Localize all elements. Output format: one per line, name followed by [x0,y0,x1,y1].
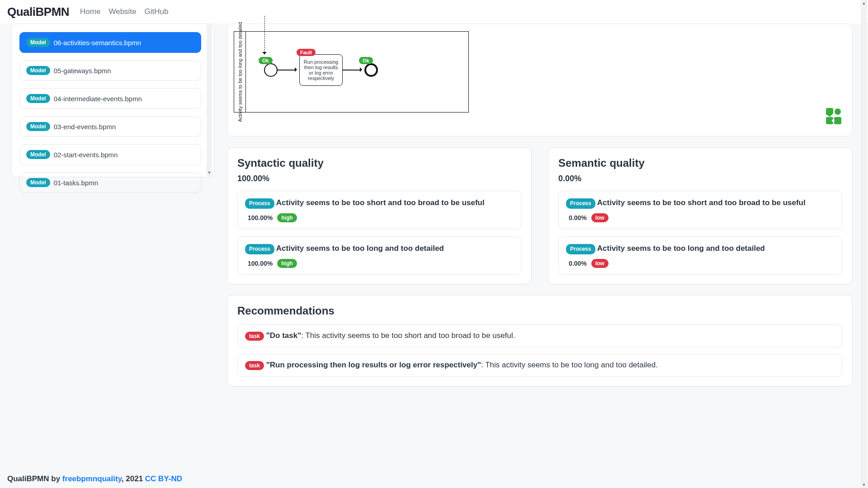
level-badge: high [277,213,297,222]
process-badge: Process [566,198,595,209]
model-badge: Model [26,38,50,47]
footer: QualiBPMN by freebpmnquality, 2021 CC BY… [7,474,182,483]
bpmn-pool: Activity seems to be too long and too de… [234,31,469,113]
recommendations-panel: Recommendations task "Do task": This act… [227,295,853,386]
process-badge: Process [566,244,595,254]
task-fault-badge: Fault [297,49,316,56]
nav-website[interactable]: Website [108,7,136,16]
models-scrollbar[interactable]: ▼ [207,24,212,177]
task-run-processing[interactable]: Run processing then log results or log e… [299,54,343,86]
model-item-05[interactable]: Model 05-gateways.bpmn [19,60,201,81]
level-badge: low [591,259,609,268]
model-item-06[interactable]: Model 06-activities-semantics.bpmn [19,32,201,53]
level-badge: low [591,213,609,222]
footer-mid: , 2021 [122,474,145,483]
footer-license-link[interactable]: CC BY-ND [145,474,182,483]
rec-text: : This activity seems to be too long and… [481,361,658,369]
semantic-item-0[interactable]: Process Activity seems to be too short a… [558,191,842,229]
nav-links: Home Website GitHub [80,7,168,16]
model-badge: Model [26,178,50,187]
model-name: 02-start-events.bpmn [54,151,118,159]
models-list-panel: Model 06-activities-semantics.bpmn Model… [11,23,214,177]
process-badge: Process [245,198,274,209]
syntactic-score: 100.00% [237,174,521,183]
process-pct: 100.00% [248,214,273,221]
syntactic-item-1[interactable]: Process Activity seems to be too long an… [237,236,521,275]
bpmn-io-logo-icon [824,106,843,127]
process-label: Activity seems to be too long and too de… [597,244,765,253]
model-item-04[interactable]: Model 04-intermediate-events.bpmn [19,88,201,109]
model-badge: Model [26,122,50,131]
start-event[interactable] [264,63,278,77]
svg-point-4 [832,114,835,117]
pool-title-text: Activity seems to be too long and too de… [237,22,243,122]
diagram-panel: Activity seems to be too long and too de… [227,23,853,136]
syntactic-title: Syntactic quality [237,157,521,169]
model-item-02[interactable]: Model 02-start-events.bpmn [19,144,201,165]
top-nav: QualiBPMN Home Website GitHub [0,0,868,23]
process-pct: 100.00% [248,260,273,267]
nav-github[interactable]: GitHub [145,7,169,16]
syntactic-item-0[interactable]: Process Activity seems to be too short a… [237,191,521,229]
pool-title: Activity seems to be too long and too de… [234,32,246,112]
recommendation-1[interactable]: task "Run processing then log results or… [237,354,842,377]
semantic-quality-panel: Semantic quality 0.00% Process Activity … [548,147,853,284]
model-badge: Model [26,66,50,75]
process-pct: 0.00% [569,214,587,221]
scroll-down-icon[interactable]: ▼ [207,170,212,176]
scroll-down-icon[interactable]: ▼ [862,483,866,487]
lane-body: Ok Run processing then log results or lo… [246,32,468,112]
task-label: Run processing then log results or log e… [302,59,340,81]
end-ok-badge: Ok [359,57,373,64]
start-ok-badge: Ok [259,57,273,64]
task-badge: task [245,361,264,370]
recommendations-title: Recommendations [237,305,842,317]
model-name: 01-tasks.bpmn [54,179,98,187]
semantic-score: 0.00% [558,174,842,183]
model-item-01[interactable]: Model 01-tasks.bpmn [19,172,201,193]
seq-flow-1 [278,70,296,70]
model-name: 05-gateways.bpmn [54,67,111,75]
seq-flow-2 [343,70,361,70]
brand[interactable]: QualiBPMN [7,5,69,19]
model-badge: Model [26,150,50,159]
rec-target: "Do task" [266,331,302,340]
model-name: 04-intermediate-events.bpmn [54,95,142,103]
model-item-03[interactable]: Model 03-end-events.bpmn [19,116,201,137]
seq-arrow-1-icon [295,67,299,72]
nav-home[interactable]: Home [80,7,100,16]
process-label: Activity seems to be too short and too b… [597,198,806,207]
model-badge: Model [26,94,50,103]
scroll-up-icon[interactable]: ▲ [862,1,866,5]
level-badge: high [277,259,297,268]
model-name: 06-activities-semantics.bpmn [54,39,141,47]
footer-author-link[interactable]: freebpmnquality [62,474,122,483]
svg-point-0 [835,108,841,115]
process-badge: Process [245,244,274,254]
page-scrollbar[interactable]: ▲ ▼ [861,0,867,488]
semantic-title: Semantic quality [558,157,842,169]
rec-text: : This activity seems to be too short an… [301,331,515,340]
process-label: Activity seems to be too short and too b… [276,198,485,207]
model-name: 03-end-events.bpmn [54,123,116,131]
footer-prefix: QualiBPMN by [7,474,62,483]
task-badge: task [245,332,264,341]
process-label: Activity seems to be too long and too de… [276,244,444,253]
svg-point-5 [832,119,835,122]
process-pct: 0.00% [569,260,587,267]
rec-target: "Run processing then log results or log … [266,361,481,369]
seq-arrow-2-icon [360,67,364,72]
end-event[interactable] [364,63,378,77]
svg-rect-3 [834,117,841,124]
syntactic-quality-panel: Syntactic quality 100.00% Process Activi… [227,147,532,284]
svg-point-6 [828,114,831,117]
semantic-item-1[interactable]: Process Activity seems to be too long an… [558,236,842,275]
recommendation-0[interactable]: task "Do task": This activity seems to b… [237,324,842,347]
